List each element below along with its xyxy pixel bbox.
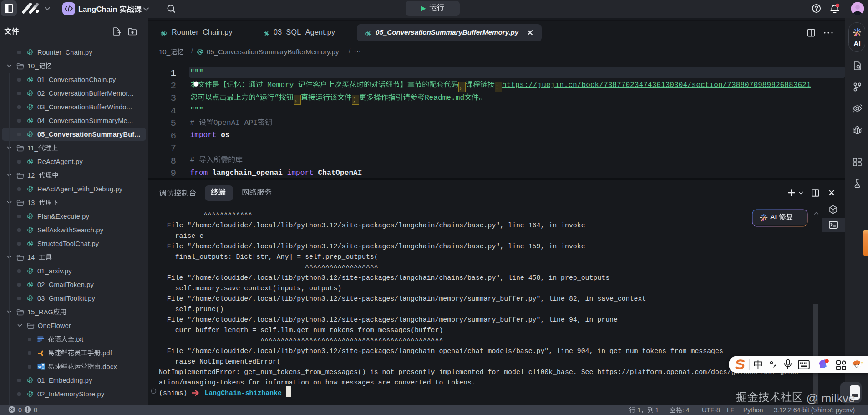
svg-text:W: W — [38, 365, 42, 369]
